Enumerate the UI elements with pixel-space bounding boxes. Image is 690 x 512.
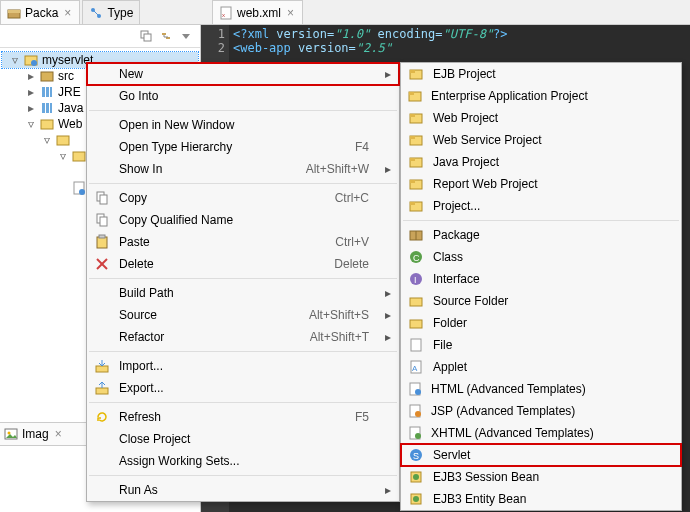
ctx-new-item-interface[interactable]: IInterface — [401, 268, 681, 290]
ctx-new-item-web-service-project[interactable]: Web Service Project — [401, 129, 681, 151]
interface-icon: I — [407, 271, 425, 287]
svg-rect-58 — [411, 339, 421, 351]
tab-webxml[interactable]: x web.xml × — [212, 0, 303, 24]
svg-point-64 — [415, 411, 421, 417]
ctx-new-item-web-project[interactable]: Web Project — [401, 107, 681, 129]
submenu-arrow-icon: ▸ — [383, 483, 393, 497]
svg-rect-47 — [410, 180, 415, 183]
ctx-new-item-package[interactable]: Package — [401, 224, 681, 246]
refresh-icon — [93, 409, 111, 425]
menu-item-label: File — [433, 338, 543, 352]
menu-item-label: Class — [433, 250, 543, 264]
ctx-item-close-project[interactable]: Close Project — [87, 428, 399, 450]
ctx-new-item-project[interactable]: Project... — [401, 195, 681, 217]
svg-rect-13 — [46, 87, 49, 97]
collapse-all-icon[interactable] — [138, 28, 154, 44]
ctx-new-item-enterprise-application-project[interactable]: Enterprise Application Project — [401, 85, 681, 107]
ctx-new-item-xhtml-advanced-templates[interactable]: XHTML (Advanced Templates) — [401, 422, 681, 444]
ctx-new-item-ejb-project[interactable]: EJB Project — [401, 63, 681, 85]
svg-line-4 — [94, 11, 98, 15]
ctx-item-run-as[interactable]: Run As▸ — [87, 479, 399, 501]
menu-item-accelerator: Alt+Shift+W — [269, 162, 375, 176]
proj-icon — [407, 110, 425, 126]
ctx-new-item-jsp-advanced-templates[interactable]: JSP (Advanced Templates) — [401, 400, 681, 422]
proj-icon — [407, 198, 425, 214]
caret-open-icon: ▿ — [58, 149, 68, 163]
svg-rect-35 — [96, 388, 108, 394]
html-icon — [407, 381, 423, 397]
close-icon[interactable]: × — [62, 6, 73, 20]
ctx-new-item-ejb3-entity-bean[interactable]: EJB3 Entity Bean — [401, 488, 681, 510]
ctx-new-item-java-project[interactable]: Java Project — [401, 151, 681, 173]
menu-item-label: Open in New Window — [119, 118, 261, 132]
tab-package-explorer[interactable]: Packa × — [0, 0, 80, 24]
svg-rect-29 — [100, 217, 107, 226]
ctx-item-show-in[interactable]: Show InAlt+Shift+W▸ — [87, 158, 399, 180]
ctx-item-source[interactable]: SourceAlt+Shift+S▸ — [87, 304, 399, 326]
view-menu-icon[interactable] — [178, 28, 194, 44]
submenu-arrow-icon: ▸ — [383, 308, 393, 322]
ctx-item-delete[interactable]: DeleteDelete — [87, 253, 399, 275]
menu-item-label: XHTML (Advanced Templates) — [431, 426, 594, 440]
ctx-item-copy[interactable]: CopyCtrl+C — [87, 187, 399, 209]
svg-point-66 — [415, 433, 421, 439]
bean-icon — [407, 491, 425, 507]
tab-label: web.xml — [237, 6, 281, 20]
svg-rect-57 — [410, 320, 422, 328]
ctx-item-refactor[interactable]: RefactorAlt+Shift+T▸ — [87, 326, 399, 348]
menu-item-label: Copy — [119, 191, 261, 205]
file-icon — [407, 337, 425, 353]
svg-point-62 — [415, 389, 421, 395]
ctx-new-item-applet[interactable]: AApplet — [401, 356, 681, 378]
menu-separator — [89, 475, 397, 476]
menu-separator — [89, 110, 397, 111]
close-icon[interactable]: × — [285, 6, 296, 20]
tab-type-hierarchy[interactable]: Type — [82, 0, 140, 24]
ctx-new-item-servlet[interactable]: SServlet — [401, 444, 681, 466]
ctx-item-build-path[interactable]: Build Path▸ — [87, 282, 399, 304]
menu-item-accelerator: Ctrl+C — [269, 191, 375, 205]
ctx-new-item-class[interactable]: CClass — [401, 246, 681, 268]
ctx-item-open-in-new-window[interactable]: Open in New Window — [87, 114, 399, 136]
ctx-item-paste[interactable]: PasteCtrl+V — [87, 231, 399, 253]
ctx-new-item-ejb3-session-bean[interactable]: EJB3 Session Bean — [401, 466, 681, 488]
caret-open-icon: ▿ — [10, 53, 20, 67]
menu-item-label: Paste — [119, 235, 261, 249]
menu-item-accelerator: F5 — [269, 410, 375, 424]
caret-closed-icon: ▸ — [26, 69, 36, 83]
menu-item-label: Open Type Hierarchy — [119, 140, 261, 154]
library-icon — [40, 101, 54, 115]
svg-point-72 — [413, 496, 419, 502]
ctx-item-new[interactable]: New▸ — [87, 63, 399, 85]
ctx-item-import[interactable]: Import... — [87, 355, 399, 377]
link-editor-icon[interactable] — [158, 28, 174, 44]
caret-open-icon: ▿ — [42, 133, 52, 147]
ctx-item-export[interactable]: Export... — [87, 377, 399, 399]
proj-icon — [407, 88, 423, 104]
menu-item-label: Copy Qualified Name — [119, 213, 261, 227]
ctx-new-item-folder[interactable]: Folder — [401, 312, 681, 334]
context-submenu-new: EJB ProjectEnterprise Application Projec… — [400, 62, 682, 511]
svg-point-10 — [31, 60, 37, 66]
ctx-new-item-source-folder[interactable]: Source Folder — [401, 290, 681, 312]
ctx-new-item-html-advanced-templates[interactable]: HTML (Advanced Templates) — [401, 378, 681, 400]
xml-file-icon: x — [219, 6, 233, 20]
close-icon[interactable]: × — [53, 427, 64, 441]
tabs-row: Packa × Type x web.xml × — [0, 0, 690, 25]
menu-item-accelerator: F4 — [269, 140, 375, 154]
import-icon — [93, 358, 111, 374]
ctx-new-item-report-web-project[interactable]: Report Web Project — [401, 173, 681, 195]
ctx-item-refresh[interactable]: RefreshF5 — [87, 406, 399, 428]
ctx-item-go-into[interactable]: Go Into — [87, 85, 399, 107]
jsp-icon — [407, 403, 423, 419]
ctx-item-assign-working-sets[interactable]: Assign Working Sets... — [87, 450, 399, 472]
view-tab-label[interactable]: Imag — [22, 427, 49, 441]
ctx-new-item-file[interactable]: File — [401, 334, 681, 356]
applet-icon: A — [407, 359, 425, 375]
menu-item-label: Servlet — [433, 448, 543, 462]
svg-rect-45 — [410, 158, 415, 161]
svg-rect-31 — [99, 235, 105, 238]
menu-separator — [89, 278, 397, 279]
ctx-item-copy-qualified-name[interactable]: Copy Qualified Name — [87, 209, 399, 231]
ctx-item-open-type-hierarchy[interactable]: Open Type HierarchyF4 — [87, 136, 399, 158]
